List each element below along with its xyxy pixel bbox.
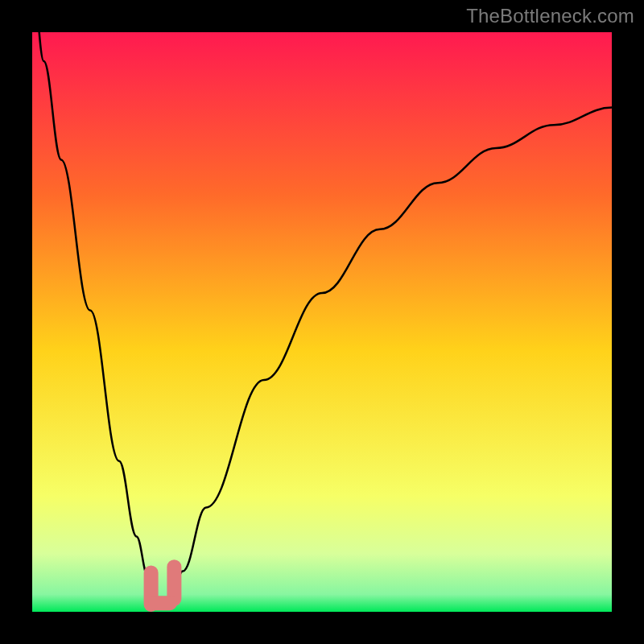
watermark-text: TheBottleneck.com — [466, 5, 634, 27]
chart-frame: TheBottleneck.com — [0, 0, 644, 644]
bottleneck-curve — [32, 32, 612, 612]
marker-bottom — [148, 596, 177, 610]
plot-area — [32, 32, 612, 612]
